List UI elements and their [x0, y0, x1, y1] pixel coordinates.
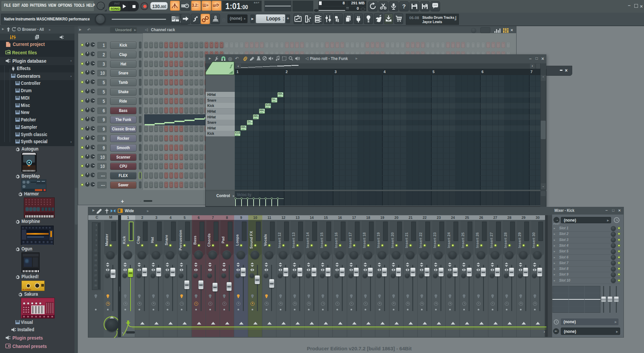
svg-text:?: ? — [402, 3, 406, 10]
